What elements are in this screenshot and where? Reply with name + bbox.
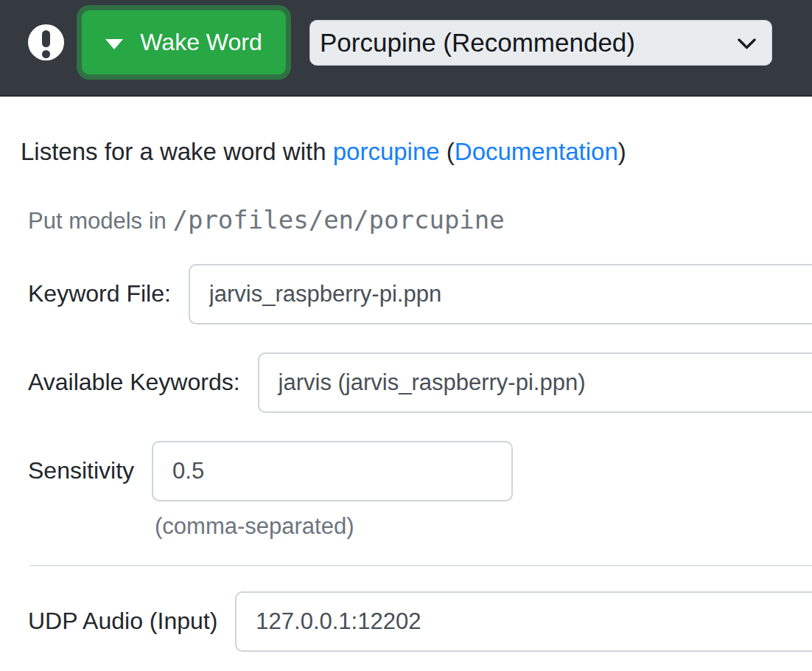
description-separator: (	[440, 138, 455, 165]
exclamation-bar	[42, 30, 50, 47]
chevron-down-icon	[737, 38, 757, 50]
keyword-file-input[interactable]	[189, 264, 812, 324]
udp-audio-input[interactable]	[235, 591, 812, 652]
wakeword-system-select[interactable]: Porcupine (Recommended)	[309, 20, 772, 66]
available-keywords-value: jarvis (jarvis_raspberry-pi.ppn)	[279, 369, 586, 396]
sensitivity-label: Sensitivity	[28, 457, 134, 484]
sensitivity-input[interactable]	[152, 441, 513, 501]
wakeword-system-select-value: Porcupine (Recommended)	[320, 28, 635, 58]
caret-down-icon	[105, 39, 123, 49]
keyword-file-row: Keyword File:	[28, 264, 812, 324]
keyword-file-label: Keyword File:	[28, 280, 171, 307]
porcupine-link[interactable]: porcupine	[333, 138, 440, 165]
wake-word-description: Listens for a wake word with porcupine (…	[21, 137, 812, 167]
models-path: /profiles/en/porcupine	[172, 205, 504, 234]
top-navbar: Wake Word Porcupine (Recommended)	[0, 0, 812, 97]
wake-word-dropdown-button[interactable]: Wake Word	[82, 10, 286, 74]
section-divider	[29, 565, 812, 566]
models-path-note: Put models in /profiles/en/porcupine	[28, 205, 812, 234]
documentation-link[interactable]: Documentation	[455, 138, 618, 165]
available-keywords-select[interactable]: jarvis (jarvis_raspberry-pi.ppn)	[258, 352, 812, 413]
udp-audio-row: UDP Audio (Input)	[28, 591, 812, 652]
exclamation-circle-icon[interactable]	[28, 24, 64, 60]
udp-audio-label: UDP Audio (Input)	[28, 608, 217, 635]
wake-word-button-label: Wake Word	[140, 29, 262, 56]
sensitivity-row: Sensitivity (comma-separated)	[28, 441, 812, 540]
models-note-text: Put models in	[28, 208, 172, 234]
available-keywords-row: Available Keywords: jarvis (jarvis_raspb…	[28, 352, 812, 413]
sensitivity-field-group: (comma-separated)	[152, 441, 513, 540]
wake-word-settings-panel: Listens for a wake word with porcupine (…	[0, 97, 812, 652]
description-suffix: )	[618, 138, 626, 165]
sensitivity-hint: (comma-separated)	[152, 513, 513, 540]
exclamation-dot	[42, 50, 50, 58]
available-keywords-label: Available Keywords:	[28, 369, 240, 396]
description-text: Listens for a wake word with	[21, 138, 333, 165]
